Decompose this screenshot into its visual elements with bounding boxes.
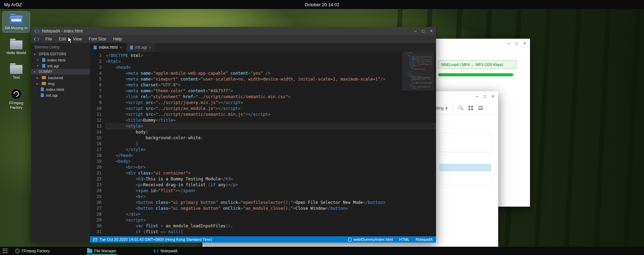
open-editors-section[interactable]: ▾OPEN EDITORS xyxy=(31,51,90,57)
chevron-down-icon: ▾ xyxy=(445,106,447,111)
close-button[interactable]: × xyxy=(523,41,526,46)
code-line[interactable]: <button class="ui primary button" onclic… xyxy=(106,200,436,206)
code-line[interactable]: <script> xyxy=(106,217,436,223)
tab-init.agi[interactable]: init.agi× xyxy=(126,43,155,52)
chevron-right-icon: ▸ xyxy=(37,82,40,85)
code-line[interactable]: <meta name="theme-color" content="#4b75f… xyxy=(106,88,436,94)
minimap[interactable]: <!DOCTYPE html><html> <head> <meta name=… xyxy=(405,53,432,89)
folder-name: img xyxy=(48,82,55,86)
file-icon xyxy=(94,46,97,49)
maximize-button[interactable]: □ xyxy=(515,41,518,46)
tab-index.html[interactable]: index.html× xyxy=(90,43,126,52)
code-line[interactable]: <html> xyxy=(106,59,436,65)
task-file-manager[interactable]: File Manager xyxy=(84,247,120,255)
maximize-button[interactable]: □ xyxy=(484,94,486,98)
line-number: 7 xyxy=(90,88,102,94)
close-button[interactable]: × xyxy=(430,29,433,33)
search-icon[interactable] xyxy=(458,105,463,111)
code-line[interactable]: <title>Dummy</title> xyxy=(106,117,436,123)
menu-help[interactable]: Help xyxy=(110,36,125,42)
code-line[interactable]: <script src="../script/semantic/semantic… xyxy=(106,112,436,117)
close-button[interactable]: × xyxy=(492,94,494,98)
code-line[interactable]: <meta name="viewport" content="user-scal… xyxy=(106,76,436,82)
code-line[interactable]: <!DOCTYPE html> xyxy=(106,53,436,59)
notepada-logo-icon xyxy=(34,37,39,41)
code-area[interactable]: 1234567891011121314151617181920212223242… xyxy=(90,52,436,236)
status-language[interactable]: HTML xyxy=(399,237,409,242)
menu-edit[interactable]: Edit xyxy=(56,36,69,42)
file-name: index.html xyxy=(47,58,65,62)
grid-view-icon[interactable] xyxy=(468,106,473,110)
code-line[interactable]: </style> xyxy=(106,147,436,153)
code-line[interactable]: <head> xyxy=(106,65,436,70)
code-line[interactable]: <style> xyxy=(106,123,436,129)
desktop-icon-2[interactable]: Hello World xyxy=(3,37,30,57)
file-tile[interactable] xyxy=(439,174,491,185)
file-tile[interactable] xyxy=(439,133,491,152)
code-line[interactable]: <span id="flist"></span> xyxy=(106,188,436,194)
task-ffmpeg-factory[interactable]: FFmpeg Factory xyxy=(12,247,53,255)
code-line[interactable]: } xyxy=(106,141,436,147)
tree-item-init.agi[interactable]: init.agi xyxy=(31,92,90,98)
topbar: My ArOZ October 20 14:02 xyxy=(0,0,644,9)
code-line[interactable]: <p>Received drag-in filelist (if any)</p… xyxy=(106,182,436,188)
tree-item-backend[interactable]: ▸backend xyxy=(31,75,90,81)
close-icon[interactable]: × xyxy=(37,58,40,62)
code-line[interactable]: <h3>This is a Dummy Testing Module</h3> xyxy=(106,176,436,182)
file-name: init.agi xyxy=(47,64,59,68)
minimize-button[interactable]: – xyxy=(476,94,478,98)
code-line[interactable]: <script src="../script/ao_module.js"></s… xyxy=(106,106,436,112)
menu-font-size[interactable]: Font Size xyxy=(86,36,110,42)
project-folder-section[interactable]: ▾DUMMY xyxy=(31,69,90,75)
minimize-button[interactable]: – xyxy=(414,29,417,33)
desktop-icon-3[interactable]: Test xyxy=(3,61,30,82)
code-line[interactable]: <meta charset="UTF-8"> xyxy=(106,82,436,88)
close-icon[interactable]: × xyxy=(37,64,40,68)
conversion-progressbar xyxy=(438,73,515,76)
code-line[interactable]: <link rel="stylesheet" href="../script/s… xyxy=(106,94,436,100)
list-view-icon[interactable] xyxy=(478,106,483,110)
code-line[interactable]: <div class="ui container"> xyxy=(106,170,436,176)
folder-icon xyxy=(10,16,22,25)
desktop-icon-4[interactable]: FFmpeg Factory xyxy=(3,86,30,111)
line-number: 22 xyxy=(90,176,102,182)
notepada-titlebar[interactable]: NotepadA - index.html – □ × xyxy=(31,27,436,35)
conversion-task-label: NNELmp4 | MP4 → MP3 (320 Kbps) xyxy=(438,60,517,69)
menu-file[interactable]: File xyxy=(42,36,55,42)
file-name: index.html xyxy=(46,87,64,92)
code-line[interactable]: background-color:white; xyxy=(106,135,436,141)
task-notepada[interactable]: NotepadA xyxy=(150,247,181,255)
maximize-button[interactable]: □ xyxy=(422,29,425,33)
task-label: File Manager xyxy=(94,249,116,253)
code-line[interactable]: <br> xyxy=(106,194,436,200)
ffmpeg-icon xyxy=(15,249,20,253)
section-label: OPEN EDITORS xyxy=(39,52,66,56)
desktop-icon-label: FFmpeg Factory xyxy=(3,101,29,110)
selected-file-row[interactable] xyxy=(439,164,491,171)
code-lines[interactable]: <!DOCTYPE html><html> <head> <meta name=… xyxy=(106,52,436,236)
code-line[interactable]: </div> xyxy=(106,211,436,217)
code-line[interactable]: <body> xyxy=(106,159,436,164)
notepad-explorer: Directory Listing ▾OPEN EDITORS×index.ht… xyxy=(31,43,90,243)
close-icon[interactable]: × xyxy=(120,46,122,49)
minimize-button[interactable]: – xyxy=(508,41,510,46)
open-editor-item[interactable]: ×index.html xyxy=(31,57,90,63)
app-launcher-icon[interactable] xyxy=(2,248,8,254)
status-filepath: web/Dummy/index.html xyxy=(353,237,393,242)
code-line[interactable]: var flist = ao_module_loadInputFiles(); xyxy=(106,223,436,229)
desktop-icon-1[interactable]: HA Musing m xyxy=(3,12,30,32)
code-line[interactable]: <button class="ui negative button" onCli… xyxy=(106,206,436,211)
code-line[interactable]: <meta name="apple-mobile-web-app-capable… xyxy=(106,70,436,76)
line-number: 24 xyxy=(90,188,102,194)
close-icon[interactable]: × xyxy=(149,46,151,49)
code-line[interactable]: <br><br> xyxy=(106,164,436,170)
code-line[interactable]: </head> xyxy=(106,153,436,159)
tree-item-img[interactable]: ▸img xyxy=(31,81,90,86)
aroz-menu-button[interactable]: My ArOZ xyxy=(4,2,22,7)
open-editor-item[interactable]: ×init.agi xyxy=(31,63,90,69)
code-line[interactable]: if (flist == null){ xyxy=(106,229,436,235)
tree-item-index.html[interactable]: index.html xyxy=(31,86,90,92)
taskbar: FFmpeg FactoryFile ManagerNotepadA xyxy=(0,247,644,255)
code-line[interactable]: body{ xyxy=(106,129,436,135)
code-line[interactable]: <script src="../script/jquery.min.js"></… xyxy=(106,100,436,106)
